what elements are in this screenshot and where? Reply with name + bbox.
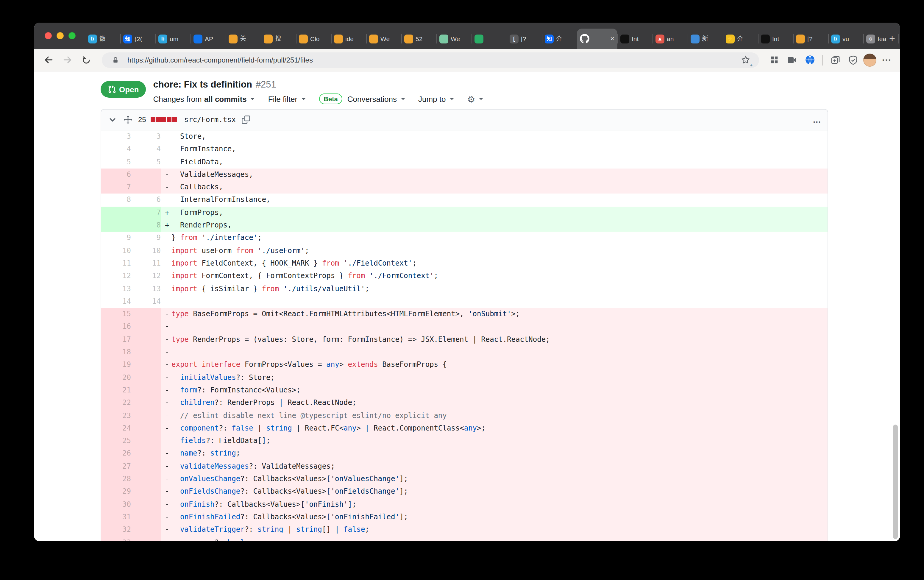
new-line-number[interactable] (131, 168, 161, 181)
tab-close-icon[interactable]: × (610, 35, 615, 42)
browser-tab[interactable]: 知(2( (120, 29, 155, 49)
new-line-number[interactable]: 6 (131, 194, 161, 207)
browser-tab[interactable]: ⚡介 (723, 29, 758, 49)
old-line-number[interactable]: 16 (101, 321, 131, 333)
new-line-number[interactable] (131, 409, 161, 422)
reload-button[interactable] (78, 51, 95, 68)
apps-grid-icon[interactable] (766, 52, 782, 68)
new-line-number[interactable]: 11 (131, 257, 161, 270)
page-scrollbar-thumb[interactable] (893, 425, 898, 539)
old-line-number[interactable]: 12 (101, 270, 131, 283)
forward-button[interactable] (59, 51, 76, 68)
old-line-number[interactable]: 15 (101, 308, 131, 321)
browser-essentials-shield-icon[interactable] (845, 52, 861, 68)
old-line-number[interactable]: 20 (101, 371, 131, 384)
browser-tab[interactable]: b微 (85, 29, 120, 49)
new-line-number[interactable]: 10 (131, 244, 161, 257)
new-line-number[interactable]: 14 (131, 295, 161, 308)
browser-tab[interactable] (472, 29, 506, 49)
changes-from-dropdown[interactable]: Changes from all commits (153, 94, 255, 103)
new-line-number[interactable] (131, 498, 161, 511)
new-line-number[interactable] (131, 524, 161, 536)
browser-tab[interactable]: Int (758, 29, 793, 49)
browser-tab[interactable]: [? (793, 29, 828, 49)
old-line-number[interactable]: 3 (101, 130, 131, 143)
old-line-number[interactable]: 19 (101, 359, 131, 372)
file-options-kebab-icon[interactable]: … (813, 115, 822, 124)
browser-tab[interactable]: 52 (401, 29, 436, 49)
site-info-lock-icon[interactable] (108, 52, 123, 68)
window-zoom-button[interactable] (69, 32, 76, 39)
browser-tab[interactable]: cfea (863, 29, 898, 49)
file-filter-dropdown[interactable]: File filter (268, 94, 306, 103)
new-line-number[interactable] (131, 511, 161, 524)
browser-tab[interactable]: We (436, 29, 472, 49)
url-bar[interactable]: https://github.com/react-component/field… (102, 52, 759, 68)
new-line-number[interactable] (131, 346, 161, 359)
new-line-number[interactable]: 12 (131, 270, 161, 283)
browser-tab[interactable]: Int (617, 29, 653, 49)
new-line-number[interactable]: 8 (131, 219, 161, 232)
browser-tab[interactable]: 搜 (261, 29, 296, 49)
old-line-number[interactable]: 26 (101, 448, 131, 460)
old-line-number[interactable]: 29 (101, 486, 131, 498)
new-line-number[interactable] (131, 435, 161, 448)
old-line-number[interactable]: 17 (101, 333, 131, 346)
browser-tab[interactable]: AP (191, 29, 226, 49)
old-line-number[interactable]: 8 (101, 194, 131, 207)
old-line-number[interactable]: 23 (101, 409, 131, 422)
new-line-number[interactable] (131, 448, 161, 460)
old-line-number[interactable]: 13 (101, 283, 131, 295)
old-line-number[interactable]: 5 (101, 156, 131, 168)
new-line-number[interactable] (131, 422, 161, 435)
browser-tab[interactable]: bvu (828, 29, 863, 49)
diff-settings-dropdown[interactable]: ⚙ (467, 94, 484, 103)
browser-tab[interactable]: bum (155, 29, 191, 49)
browser-tab-active[interactable]: × (577, 29, 617, 49)
old-line-number[interactable]: 28 (101, 473, 131, 486)
conversations-dropdown[interactable]: Beta Conversations (319, 94, 405, 104)
new-line-number[interactable] (131, 384, 161, 397)
browser-tab[interactable]: [[? (506, 29, 542, 49)
file-name[interactable]: src/Form.tsx (184, 115, 236, 124)
old-line-number[interactable]: 27 (101, 460, 131, 473)
old-line-number[interactable] (101, 207, 131, 219)
profile-avatar[interactable] (863, 53, 876, 66)
browser-tab[interactable]: ide (331, 29, 366, 49)
jump-to-dropdown[interactable]: Jump to (418, 94, 454, 103)
old-line-number[interactable]: 18 (101, 346, 131, 359)
browser-tab[interactable]: 组 (898, 29, 900, 49)
old-line-number[interactable]: 24 (101, 422, 131, 435)
window-close-button[interactable] (44, 32, 52, 39)
browser-tab[interactable]: Clo (296, 29, 331, 49)
new-line-number[interactable] (131, 359, 161, 372)
new-line-number[interactable] (131, 333, 161, 346)
browser-tab[interactable]: 知介 (542, 29, 577, 49)
new-line-number[interactable] (131, 371, 161, 384)
collections-icon[interactable] (827, 52, 843, 68)
old-line-number[interactable]: 10 (101, 244, 131, 257)
copy-file-path-icon[interactable] (240, 114, 251, 125)
toolbar-menu-icon[interactable]: ⋯ (879, 52, 894, 68)
browser-tab[interactable]: ▲an (653, 29, 688, 49)
new-line-number[interactable] (131, 536, 161, 541)
old-line-number[interactable]: 14 (101, 295, 131, 308)
new-line-number[interactable] (131, 460, 161, 473)
new-line-number[interactable]: 9 (131, 232, 161, 245)
new-line-number[interactable]: 5 (131, 156, 161, 168)
browser-tab[interactable]: 关 (226, 29, 261, 49)
old-line-number[interactable]: 32 (101, 524, 131, 536)
bookmark-icon[interactable]: + (738, 52, 753, 68)
old-line-number[interactable] (101, 219, 131, 232)
old-line-number[interactable]: 9 (101, 232, 131, 245)
new-line-number[interactable] (131, 397, 161, 409)
old-line-number[interactable]: 6 (101, 168, 131, 181)
browser-tab[interactable]: We (366, 29, 401, 49)
old-line-number[interactable]: 21 (101, 384, 131, 397)
new-line-number[interactable]: 4 (131, 143, 161, 156)
new-line-number[interactable]: 3 (131, 130, 161, 143)
translate-globe-icon[interactable] (802, 52, 817, 68)
old-line-number[interactable]: 25 (101, 435, 131, 448)
old-line-number[interactable]: 33 (101, 536, 131, 541)
drag-handle-move-icon[interactable] (123, 114, 133, 125)
